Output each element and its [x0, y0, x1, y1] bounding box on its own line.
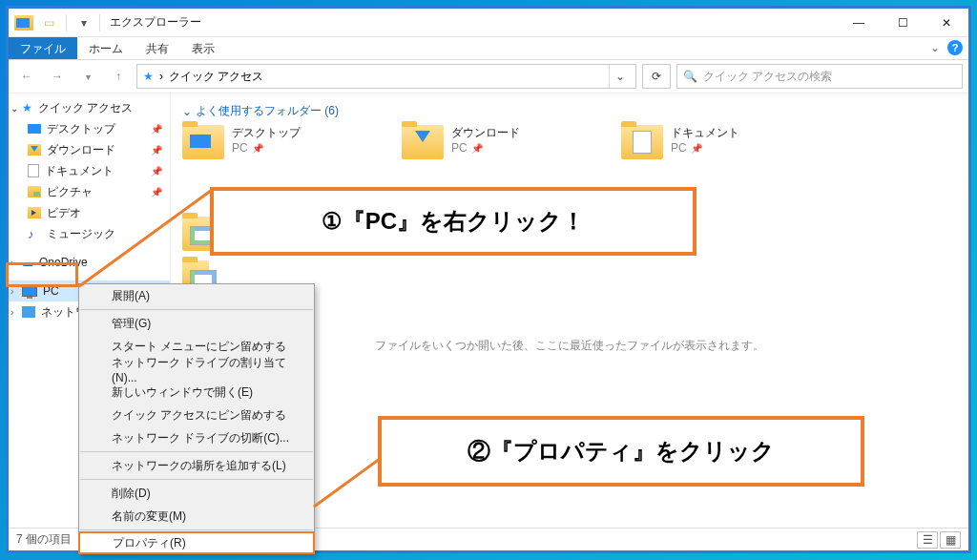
ctx-disconnect[interactable]: ネットワーク ドライブの切断(C)...: [79, 426, 314, 449]
ctx-delete[interactable]: 削除(D): [79, 482, 314, 505]
nav-pictures[interactable]: ピクチャ 📌: [9, 181, 170, 202]
pin-icon: 📌: [691, 143, 702, 154]
chevron-right-icon[interactable]: ›: [10, 286, 13, 297]
close-button[interactable]: ✕: [925, 9, 968, 37]
ctx-rename[interactable]: 名前の変更(M): [79, 505, 314, 528]
refresh-button[interactable]: ⟳: [642, 64, 671, 89]
ctx-properties[interactable]: プロパティ(R): [78, 531, 315, 554]
ctx-separator: [80, 451, 313, 452]
star-icon: ★: [22, 101, 32, 114]
pin-icon: 📌: [252, 143, 263, 154]
pin-icon: 📌: [151, 166, 162, 176]
folder-sub: PC: [451, 141, 468, 155]
folder-sub: PC: [671, 141, 687, 155]
chevron-right-icon[interactable]: ›: [10, 307, 13, 318]
quickaccess-star-icon: ★: [143, 70, 154, 83]
ctx-expand[interactable]: 展開(A): [79, 284, 314, 307]
nav-back-button[interactable]: ←: [14, 64, 39, 89]
nav-onedrive[interactable]: › ☁ OneDrive: [9, 252, 170, 273]
nav-forward-button[interactable]: →: [45, 64, 70, 89]
ctx-add-location[interactable]: ネットワークの場所を追加する(L): [79, 454, 314, 477]
tab-share[interactable]: 共有: [135, 37, 180, 59]
folder-icon: [182, 125, 224, 159]
network-icon: [22, 306, 35, 318]
nav-label: ドキュメント: [45, 163, 114, 179]
ctx-map-drive[interactable]: ネットワーク ドライブの割り当て(N)...: [79, 358, 314, 381]
address-dropdown-icon[interactable]: ⌄: [609, 65, 630, 88]
titlebar: ▭ ▾ エクスプローラー ― ☐ ✕: [9, 9, 968, 37]
nav-downloads[interactable]: ダウンロード 📌: [9, 139, 170, 160]
address-crumb-quickaccess[interactable]: クイック アクセス: [169, 69, 263, 85]
pin-icon: 📌: [151, 187, 162, 197]
desktop-icon: [28, 124, 41, 134]
ctx-new-window[interactable]: 新しいウィンドウで開く(E): [79, 381, 314, 404]
ctx-manage[interactable]: 管理(G): [79, 312, 314, 335]
ctx-separator: [80, 479, 313, 480]
folder-icon: [402, 125, 444, 159]
nav-music[interactable]: ♪ ミュージック: [9, 223, 170, 244]
view-icons-button[interactable]: ▦: [940, 531, 961, 549]
nav-label: デスクトップ: [47, 121, 115, 137]
qat-dropdown-icon[interactable]: ▾: [73, 11, 95, 34]
chevron-down-icon[interactable]: ⌄: [10, 103, 18, 114]
tab-view[interactable]: 表示: [180, 37, 226, 59]
pictures-icon: [28, 186, 41, 197]
annotation-callout-2: ②『プロパティ』をクリック: [378, 416, 864, 487]
pin-icon: 📌: [151, 145, 162, 156]
ctx-separator: [80, 309, 313, 310]
chevron-right-icon[interactable]: ›: [10, 258, 13, 268]
ribbon-collapse-icon[interactable]: ⌄: [930, 41, 940, 54]
search-input[interactable]: 🔍 クイック アクセスの検索: [676, 64, 963, 89]
window-title: エクスプローラー: [110, 14, 201, 31]
nav-history-dropdown[interactable]: ▾: [75, 64, 100, 89]
maximize-button[interactable]: ☐: [881, 9, 925, 37]
nav-label: OneDrive: [39, 256, 88, 269]
callout-text: ②『プロパティ』をクリック: [468, 436, 775, 467]
nav-videos[interactable]: ビデオ: [9, 202, 170, 223]
folder-sub: PC: [232, 141, 248, 155]
ctx-separator: [80, 529, 313, 530]
search-placeholder: クイック アクセスの検索: [703, 69, 832, 85]
address-crumb-sep: ›: [159, 70, 163, 83]
pc-icon: [22, 285, 37, 297]
folder-desktop[interactable]: デスクトップ PC📌: [182, 125, 344, 159]
app-icon: [12, 11, 35, 34]
help-icon[interactable]: ?: [947, 40, 963, 55]
callout-text: ①『PC』を右クリック！: [322, 206, 585, 237]
cloud-icon: ☁: [22, 256, 33, 269]
section-header-label: よく使用するフォルダー (6): [196, 103, 339, 119]
nav-label: ミュージック: [47, 226, 115, 242]
tab-file[interactable]: ファイル: [9, 37, 77, 59]
folder-name: ダウンロード: [451, 125, 520, 141]
nav-label: ダウンロード: [47, 142, 115, 158]
nav-documents[interactable]: ドキュメント 📌: [9, 160, 170, 181]
videos-icon: [28, 207, 41, 218]
download-icon: [28, 144, 41, 156]
chevron-down-icon: ⌄: [182, 105, 192, 118]
section-frequent-folders[interactable]: ⌄ よく使用するフォルダー (6): [182, 103, 957, 119]
annotation-callout-1: ①『PC』を右クリック！: [210, 187, 696, 256]
nav-desktop[interactable]: デスクトップ 📌: [9, 118, 170, 139]
folder-downloads[interactable]: ダウンロード PC📌: [402, 125, 564, 159]
ribbon-tabs: ファイル ホーム 共有 表示 ⌄ ?: [9, 37, 968, 60]
folder-documents[interactable]: ドキュメント PC📌: [621, 125, 783, 159]
minimize-button[interactable]: ―: [837, 9, 881, 37]
pin-icon: 📌: [151, 124, 162, 135]
nav-label: ビデオ: [47, 205, 81, 221]
folder-name: ドキュメント: [671, 125, 739, 141]
ctx-pin-quick[interactable]: クイック アクセスにピン留めする: [79, 404, 314, 426]
context-menu: 展開(A) 管理(G) スタート メニューにピン留めする ネットワーク ドライブ…: [78, 283, 315, 554]
address-toolbar: ← → ▾ ↑ ★ › クイック アクセス ⌄ ⟳ 🔍 クイック アクセスの検索: [9, 60, 968, 93]
tab-home[interactable]: ホーム: [77, 37, 135, 59]
search-icon: 🔍: [683, 70, 697, 83]
nav-quick-access[interactable]: ⌄ ★ クイック アクセス: [9, 97, 170, 118]
view-details-button[interactable]: ☰: [917, 531, 938, 549]
qat-newfolder-icon[interactable]: ▭: [37, 11, 60, 34]
folder-icon: [621, 125, 663, 159]
status-item-count: 7 個の項目: [16, 531, 72, 548]
nav-label: ピクチャ: [47, 184, 93, 200]
nav-up-button[interactable]: ↑: [106, 64, 131, 89]
address-bar[interactable]: ★ › クイック アクセス ⌄: [136, 64, 636, 89]
nav-label: PC: [43, 284, 59, 298]
nav-label: クイック アクセス: [38, 100, 133, 116]
